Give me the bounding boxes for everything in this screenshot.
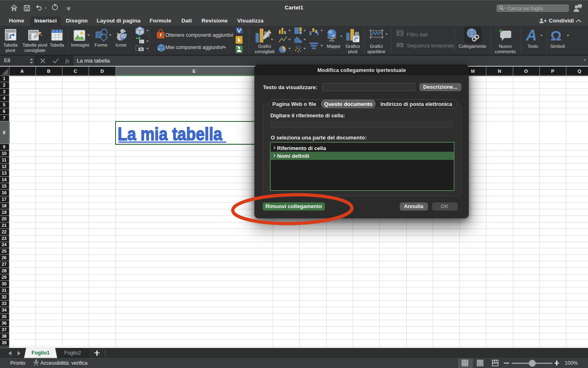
svg-text:fx: fx	[65, 58, 70, 64]
